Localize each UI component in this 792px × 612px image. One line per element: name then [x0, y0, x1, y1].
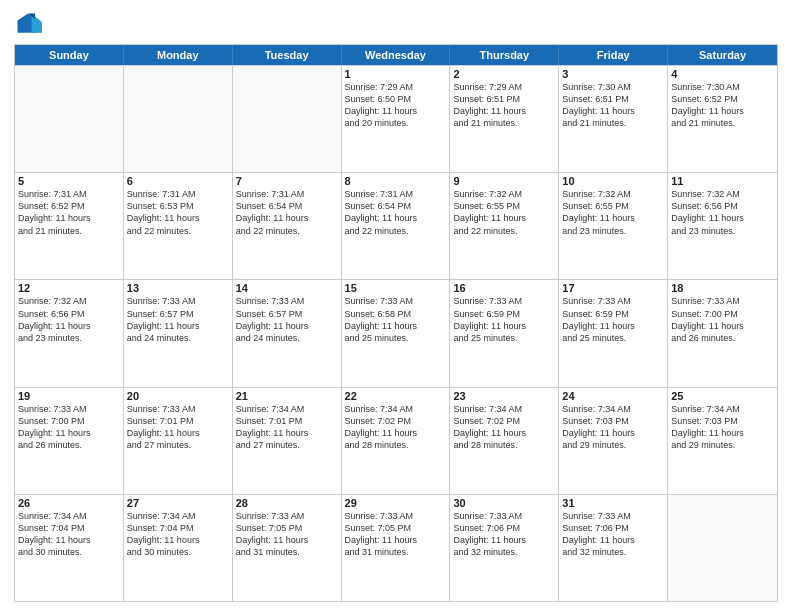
day-cell-19: 19Sunrise: 7:33 AM Sunset: 7:00 PM Dayli…	[15, 388, 124, 494]
header-day-tuesday: Tuesday	[233, 45, 342, 65]
day-number: 5	[18, 175, 120, 187]
day-number: 21	[236, 390, 338, 402]
day-info: Sunrise: 7:32 AM Sunset: 6:55 PM Dayligh…	[562, 188, 664, 237]
week-row-4: 19Sunrise: 7:33 AM Sunset: 7:00 PM Dayli…	[15, 387, 777, 494]
day-cell-9: 9Sunrise: 7:32 AM Sunset: 6:55 PM Daylig…	[450, 173, 559, 279]
day-info: Sunrise: 7:31 AM Sunset: 6:54 PM Dayligh…	[236, 188, 338, 237]
day-cell-25: 25Sunrise: 7:34 AM Sunset: 7:03 PM Dayli…	[668, 388, 777, 494]
day-cell-11: 11Sunrise: 7:32 AM Sunset: 6:56 PM Dayli…	[668, 173, 777, 279]
day-number: 24	[562, 390, 664, 402]
day-cell-7: 7Sunrise: 7:31 AM Sunset: 6:54 PM Daylig…	[233, 173, 342, 279]
day-info: Sunrise: 7:34 AM Sunset: 7:02 PM Dayligh…	[345, 403, 447, 452]
day-info: Sunrise: 7:33 AM Sunset: 6:58 PM Dayligh…	[345, 295, 447, 344]
day-info: Sunrise: 7:34 AM Sunset: 7:04 PM Dayligh…	[127, 510, 229, 559]
day-number: 1	[345, 68, 447, 80]
day-cell-2: 2Sunrise: 7:29 AM Sunset: 6:51 PM Daylig…	[450, 66, 559, 172]
day-info: Sunrise: 7:33 AM Sunset: 7:00 PM Dayligh…	[671, 295, 774, 344]
calendar-body: 1Sunrise: 7:29 AM Sunset: 6:50 PM Daylig…	[15, 65, 777, 601]
day-number: 31	[562, 497, 664, 509]
day-cell-18: 18Sunrise: 7:33 AM Sunset: 7:00 PM Dayli…	[668, 280, 777, 386]
day-info: Sunrise: 7:29 AM Sunset: 6:51 PM Dayligh…	[453, 81, 555, 130]
day-number: 2	[453, 68, 555, 80]
day-info: Sunrise: 7:33 AM Sunset: 6:59 PM Dayligh…	[453, 295, 555, 344]
week-row-2: 5Sunrise: 7:31 AM Sunset: 6:52 PM Daylig…	[15, 172, 777, 279]
day-number: 15	[345, 282, 447, 294]
day-number: 17	[562, 282, 664, 294]
day-number: 20	[127, 390, 229, 402]
day-number: 18	[671, 282, 774, 294]
day-info: Sunrise: 7:30 AM Sunset: 6:52 PM Dayligh…	[671, 81, 774, 130]
day-number: 8	[345, 175, 447, 187]
header-day-friday: Friday	[559, 45, 668, 65]
calendar-header-row: SundayMondayTuesdayWednesdayThursdayFrid…	[15, 45, 777, 65]
day-number: 28	[236, 497, 338, 509]
day-number: 6	[127, 175, 229, 187]
day-info: Sunrise: 7:32 AM Sunset: 6:56 PM Dayligh…	[671, 188, 774, 237]
day-info: Sunrise: 7:34 AM Sunset: 7:04 PM Dayligh…	[18, 510, 120, 559]
day-cell-29: 29Sunrise: 7:33 AM Sunset: 7:05 PM Dayli…	[342, 495, 451, 601]
day-info: Sunrise: 7:32 AM Sunset: 6:56 PM Dayligh…	[18, 295, 120, 344]
day-cell-17: 17Sunrise: 7:33 AM Sunset: 6:59 PM Dayli…	[559, 280, 668, 386]
logo-icon	[14, 10, 42, 38]
day-info: Sunrise: 7:33 AM Sunset: 7:01 PM Dayligh…	[127, 403, 229, 452]
day-cell-30: 30Sunrise: 7:33 AM Sunset: 7:06 PM Dayli…	[450, 495, 559, 601]
day-info: Sunrise: 7:33 AM Sunset: 6:57 PM Dayligh…	[127, 295, 229, 344]
day-number: 26	[18, 497, 120, 509]
logo	[14, 10, 46, 38]
day-info: Sunrise: 7:30 AM Sunset: 6:51 PM Dayligh…	[562, 81, 664, 130]
day-cell-6: 6Sunrise: 7:31 AM Sunset: 6:53 PM Daylig…	[124, 173, 233, 279]
week-row-5: 26Sunrise: 7:34 AM Sunset: 7:04 PM Dayli…	[15, 494, 777, 601]
day-number: 14	[236, 282, 338, 294]
day-info: Sunrise: 7:31 AM Sunset: 6:54 PM Dayligh…	[345, 188, 447, 237]
day-number: 10	[562, 175, 664, 187]
day-cell-16: 16Sunrise: 7:33 AM Sunset: 6:59 PM Dayli…	[450, 280, 559, 386]
day-info: Sunrise: 7:33 AM Sunset: 7:00 PM Dayligh…	[18, 403, 120, 452]
day-info: Sunrise: 7:32 AM Sunset: 6:55 PM Dayligh…	[453, 188, 555, 237]
day-cell-27: 27Sunrise: 7:34 AM Sunset: 7:04 PM Dayli…	[124, 495, 233, 601]
header-day-wednesday: Wednesday	[342, 45, 451, 65]
week-row-3: 12Sunrise: 7:32 AM Sunset: 6:56 PM Dayli…	[15, 279, 777, 386]
day-cell-24: 24Sunrise: 7:34 AM Sunset: 7:03 PM Dayli…	[559, 388, 668, 494]
day-info: Sunrise: 7:33 AM Sunset: 7:05 PM Dayligh…	[236, 510, 338, 559]
day-number: 27	[127, 497, 229, 509]
day-number: 29	[345, 497, 447, 509]
empty-cell	[124, 66, 233, 172]
day-cell-14: 14Sunrise: 7:33 AM Sunset: 6:57 PM Dayli…	[233, 280, 342, 386]
day-cell-3: 3Sunrise: 7:30 AM Sunset: 6:51 PM Daylig…	[559, 66, 668, 172]
day-number: 11	[671, 175, 774, 187]
day-number: 9	[453, 175, 555, 187]
day-info: Sunrise: 7:33 AM Sunset: 6:59 PM Dayligh…	[562, 295, 664, 344]
day-cell-13: 13Sunrise: 7:33 AM Sunset: 6:57 PM Dayli…	[124, 280, 233, 386]
day-cell-10: 10Sunrise: 7:32 AM Sunset: 6:55 PM Dayli…	[559, 173, 668, 279]
day-cell-12: 12Sunrise: 7:32 AM Sunset: 6:56 PM Dayli…	[15, 280, 124, 386]
day-number: 7	[236, 175, 338, 187]
day-info: Sunrise: 7:31 AM Sunset: 6:53 PM Dayligh…	[127, 188, 229, 237]
day-number: 30	[453, 497, 555, 509]
header-day-sunday: Sunday	[15, 45, 124, 65]
empty-cell	[668, 495, 777, 601]
day-cell-23: 23Sunrise: 7:34 AM Sunset: 7:02 PM Dayli…	[450, 388, 559, 494]
day-number: 12	[18, 282, 120, 294]
day-cell-21: 21Sunrise: 7:34 AM Sunset: 7:01 PM Dayli…	[233, 388, 342, 494]
day-cell-15: 15Sunrise: 7:33 AM Sunset: 6:58 PM Dayli…	[342, 280, 451, 386]
day-cell-22: 22Sunrise: 7:34 AM Sunset: 7:02 PM Dayli…	[342, 388, 451, 494]
day-info: Sunrise: 7:31 AM Sunset: 6:52 PM Dayligh…	[18, 188, 120, 237]
day-info: Sunrise: 7:33 AM Sunset: 7:06 PM Dayligh…	[453, 510, 555, 559]
calendar: SundayMondayTuesdayWednesdayThursdayFrid…	[14, 44, 778, 602]
header	[14, 10, 778, 38]
header-day-thursday: Thursday	[450, 45, 559, 65]
day-number: 13	[127, 282, 229, 294]
day-number: 22	[345, 390, 447, 402]
day-cell-4: 4Sunrise: 7:30 AM Sunset: 6:52 PM Daylig…	[668, 66, 777, 172]
day-info: Sunrise: 7:29 AM Sunset: 6:50 PM Dayligh…	[345, 81, 447, 130]
day-info: Sunrise: 7:34 AM Sunset: 7:03 PM Dayligh…	[671, 403, 774, 452]
day-number: 3	[562, 68, 664, 80]
day-number: 25	[671, 390, 774, 402]
header-day-saturday: Saturday	[668, 45, 777, 65]
page: SundayMondayTuesdayWednesdayThursdayFrid…	[0, 0, 792, 612]
day-cell-5: 5Sunrise: 7:31 AM Sunset: 6:52 PM Daylig…	[15, 173, 124, 279]
day-cell-8: 8Sunrise: 7:31 AM Sunset: 6:54 PM Daylig…	[342, 173, 451, 279]
day-cell-1: 1Sunrise: 7:29 AM Sunset: 6:50 PM Daylig…	[342, 66, 451, 172]
day-cell-31: 31Sunrise: 7:33 AM Sunset: 7:06 PM Dayli…	[559, 495, 668, 601]
week-row-1: 1Sunrise: 7:29 AM Sunset: 6:50 PM Daylig…	[15, 65, 777, 172]
